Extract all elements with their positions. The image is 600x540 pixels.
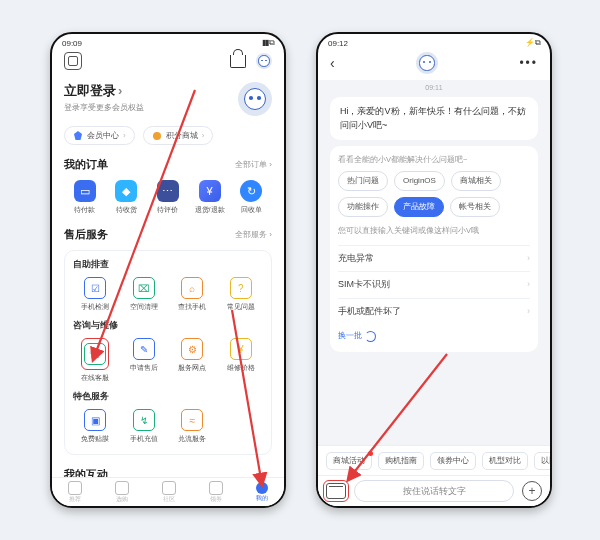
arrow-to-keyboard: [348, 354, 447, 480]
annotation-layer: [0, 0, 600, 540]
arrow-to-mine-tab: [232, 310, 262, 485]
arrow-to-online-service: [93, 90, 195, 360]
